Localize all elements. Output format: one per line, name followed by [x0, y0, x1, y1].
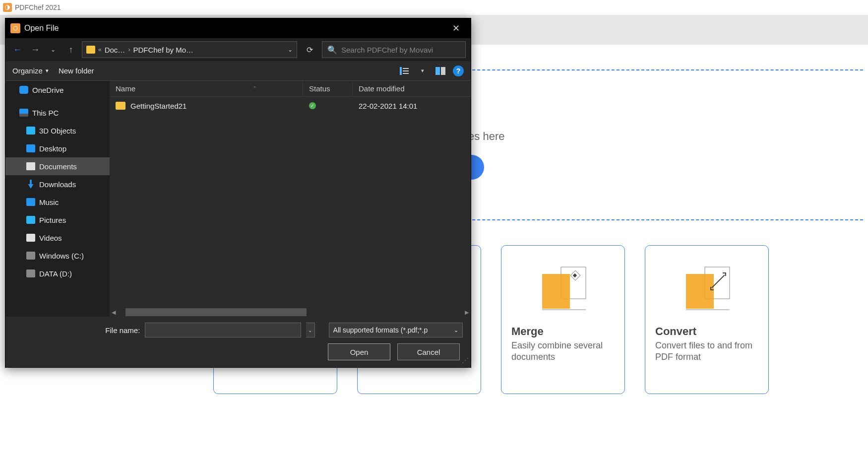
search-icon: 🔍: [327, 45, 337, 55]
horizontal-scrollbar[interactable]: ◀ ▶: [110, 308, 471, 317]
tree-item[interactable]: Videos: [5, 229, 110, 247]
svg-rect-20: [403, 70, 409, 71]
tree-item[interactable]: Desktop: [5, 139, 110, 157]
sort-asc-icon: ⌃: [252, 85, 257, 92]
card-merge[interactable]: Merge Easily combine several documents: [501, 245, 625, 394]
tree-thispc[interactable]: This PC: [5, 104, 110, 122]
cube-icon: [26, 127, 35, 134]
tree-item[interactable]: 3D Objects: [5, 122, 110, 139]
filename-input[interactable]: [145, 323, 301, 337]
svg-point-17: [13, 26, 17, 30]
tree-onedrive[interactable]: OneDrive: [5, 81, 110, 99]
tree-item[interactable]: Pictures: [5, 211, 110, 229]
view-mode-icon[interactable]: [399, 67, 410, 75]
folder-icon: [116, 102, 125, 110]
card-title: Convert: [655, 325, 758, 338]
dialog-buttons: Open Cancel: [13, 343, 463, 360]
nav-forward-icon[interactable]: →: [28, 43, 42, 57]
app-icon: [3, 3, 12, 12]
col-status-header[interactable]: Status: [303, 81, 353, 96]
tree-item[interactable]: Windows (C:): [5, 247, 110, 265]
filter-label: All supported formats (*.pdf;*.p: [333, 326, 454, 334]
filename-label: File name:: [13, 326, 140, 335]
dialog-footer: File name: ⌄ All supported formats (*.pd…: [5, 317, 471, 367]
search-input[interactable]: [341, 46, 460, 54]
chevron-down-icon: ⌄: [454, 327, 458, 334]
file-date: 22-02-2021 14:01: [359, 102, 417, 110]
dialog-titlebar[interactable]: Open File ✕: [5, 18, 471, 38]
desktop-icon: [26, 144, 35, 152]
resize-grip-icon[interactable]: ⋰: [462, 358, 469, 365]
app-title: PDFChef 2021: [15, 3, 61, 11]
tree-item[interactable]: Downloads: [5, 175, 110, 193]
svg-rect-15: [686, 274, 714, 309]
video-icon: [26, 234, 35, 242]
chevron-down-icon: ▾: [46, 67, 49, 74]
view-controls: ▾ ?: [399, 66, 464, 76]
refresh-icon[interactable]: ⟳: [301, 41, 318, 58]
chevron-right-icon: ›: [128, 46, 130, 53]
col-date-header[interactable]: Date modified: [353, 81, 471, 96]
card-merge-illustration: [511, 256, 615, 320]
tree-label: Music: [39, 198, 59, 206]
tree-label: Pictures: [39, 216, 66, 224]
new-folder-button[interactable]: New folder: [59, 67, 94, 75]
tree-label: OneDrive: [32, 86, 63, 94]
chevron-down-icon[interactable]: ▾: [417, 67, 428, 75]
open-file-dialog: Open File ✕ ← → ⌄ ↑ « Doc… › PDFChef by …: [5, 18, 471, 368]
tree-label: Downloads: [39, 180, 76, 189]
col-label: Date modified: [359, 84, 405, 93]
cancel-button[interactable]: Cancel: [397, 343, 460, 360]
chevron-down-icon[interactable]: ⌄: [288, 46, 293, 53]
col-label: Status: [309, 84, 330, 93]
document-icon: [26, 162, 35, 170]
status-synced-icon: ✓: [309, 102, 316, 109]
dialog-toolbar: Organize ▾ New folder ▾ ?: [5, 61, 471, 81]
tree-item-documents[interactable]: Documents: [5, 157, 110, 175]
filetype-filter-dropdown[interactable]: All supported formats (*.pdf;*.p ⌄: [329, 323, 463, 337]
breadcrumb-seg[interactable]: Doc…: [105, 46, 125, 54]
search-box[interactable]: 🔍: [322, 41, 466, 58]
svg-rect-18: [400, 67, 402, 75]
address-bar[interactable]: « Doc… › PDFChef by Mo… ⌄: [82, 41, 297, 58]
music-icon: [26, 198, 35, 206]
card-convert-illustration: [655, 256, 758, 320]
tree-item[interactable]: Music: [5, 193, 110, 211]
organize-menu[interactable]: Organize ▾: [12, 67, 49, 75]
app-titlebar: PDFChef 2021: [0, 0, 868, 15]
help-icon[interactable]: ?: [453, 66, 464, 76]
filename-history-dropdown[interactable]: ⌄: [306, 323, 315, 337]
breadcrumb-overflow: «: [98, 46, 102, 53]
open-button[interactable]: Open: [328, 343, 390, 360]
picture-icon: [26, 216, 35, 224]
tree-label: Videos: [39, 234, 62, 242]
tree-label: 3D Objects: [39, 127, 76, 135]
breadcrumb-seg[interactable]: PDFChef by Mo…: [133, 46, 193, 54]
nav-up-icon[interactable]: ↑: [64, 43, 78, 57]
svg-rect-21: [403, 73, 409, 74]
preview-pane-icon[interactable]: [435, 67, 446, 75]
folder-icon: [86, 46, 95, 54]
col-label: Name: [116, 84, 135, 93]
svg-rect-19: [403, 68, 409, 69]
svg-rect-22: [435, 67, 440, 75]
tree-label: This PC: [32, 109, 59, 117]
file-name: GettingStarted21: [130, 102, 186, 110]
svg-rect-23: [441, 67, 445, 75]
scrollbar-thumb[interactable]: [125, 308, 307, 316]
card-convert[interactable]: Convert Convert files to and from PDF fo…: [645, 245, 769, 394]
drive-icon: [26, 252, 35, 260]
folder-tree[interactable]: OneDrive This PC 3D Objects Desktop Docu…: [5, 81, 110, 317]
download-icon: [26, 180, 35, 189]
scroll-right-icon[interactable]: ▶: [463, 309, 471, 316]
filename-row: File name: ⌄ All supported formats (*.pd…: [13, 323, 463, 337]
tree-item[interactable]: DATA (D:): [5, 265, 110, 282]
tree-label: Desktop: [39, 144, 66, 153]
close-icon[interactable]: ✕: [446, 18, 466, 38]
nav-recent-icon[interactable]: ⌄: [46, 43, 60, 57]
scroll-left-icon[interactable]: ◀: [110, 309, 118, 316]
file-row[interactable]: GettingStarted21 ✓ 22-02-2021 14:01: [110, 97, 471, 115]
nav-back-icon[interactable]: ←: [10, 43, 24, 57]
dialog-title: Open File: [24, 24, 446, 33]
col-name-header[interactable]: Name⌃: [110, 81, 303, 96]
